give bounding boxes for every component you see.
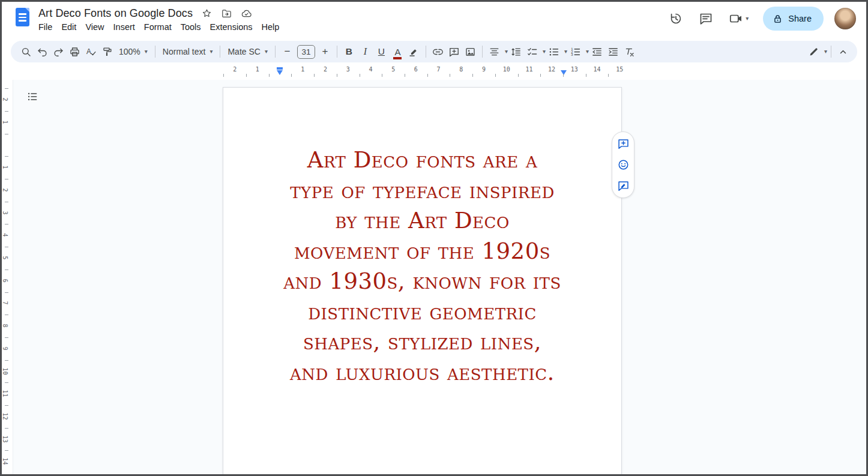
text-line[interactable]: type of typeface inspired <box>223 176 621 206</box>
ruler-tick <box>5 179 8 179</box>
show-document-outline-icon[interactable] <box>26 91 38 103</box>
font-family-select[interactable]: Mate SC ▾ <box>224 47 271 56</box>
insert-link-icon[interactable] <box>430 44 446 60</box>
paint-format-icon[interactable] <box>99 44 115 60</box>
header: Art Deco Fonts on Google Docs File Edit … <box>0 0 868 37</box>
cloud-saved-icon[interactable] <box>241 8 252 19</box>
document-page[interactable]: Art Deco fonts are a type of typeface in… <box>223 87 622 476</box>
left-indent-marker[interactable] <box>277 70 283 75</box>
decrease-indent-icon[interactable] <box>589 44 605 60</box>
font-size-input[interactable]: 31 <box>297 45 315 59</box>
first-line-indent-marker[interactable] <box>277 67 283 70</box>
ruler-number: 13 <box>568 66 580 73</box>
text-color-button[interactable]: A <box>394 47 400 57</box>
add-comment-icon[interactable] <box>446 44 462 60</box>
text-line[interactable]: Art Deco fonts are a <box>223 145 621 176</box>
ruler-number: 1 <box>2 164 8 171</box>
menu-extensions[interactable]: Extensions <box>210 22 253 32</box>
ruler-number: 13 <box>2 435 8 442</box>
margin-action-pill <box>612 131 634 198</box>
share-label: Share <box>788 14 812 23</box>
horizontal-ruler[interactable]: 12123456789101112131415 <box>0 64 868 79</box>
menu-edit[interactable]: Edit <box>61 22 76 32</box>
google-docs-logo-icon[interactable] <box>16 8 29 26</box>
checklist-icon[interactable] <box>524 44 540 60</box>
vertical-ruler[interactable]: 121234567891011121314 <box>0 80 13 476</box>
move-to-folder-icon[interactable] <box>221 8 232 19</box>
document-text[interactable]: Art Deco fonts are a type of typeface in… <box>223 145 621 388</box>
ruler-tick <box>291 74 292 77</box>
toolbar: A 100% ▾ Normal text ▾ Mate SC ▾ − 31 + … <box>11 41 857 62</box>
add-comment-margin-icon[interactable] <box>617 137 630 150</box>
menu-insert[interactable]: Insert <box>113 22 135 32</box>
font-caret-icon: ▾ <box>265 49 268 55</box>
undo-icon[interactable] <box>34 44 50 60</box>
search-menus-icon[interactable] <box>18 44 34 60</box>
redo-icon[interactable] <box>50 44 67 60</box>
decrease-font-size-button[interactable]: − <box>279 44 295 60</box>
svg-text:A: A <box>86 47 91 56</box>
comments-icon[interactable] <box>699 11 713 26</box>
ruler-number: 3 <box>2 209 8 216</box>
ruler-number: 1 <box>2 118 8 125</box>
ruler-number: 6 <box>2 277 8 284</box>
line-spacing-icon[interactable] <box>508 44 524 60</box>
menu-view[interactable]: View <box>85 22 104 32</box>
menu-format[interactable]: Format <box>144 22 172 32</box>
paragraph-styles-select[interactable]: Normal text ▾ <box>159 47 217 56</box>
text-line[interactable]: shapes, stylized lines, <box>223 327 621 358</box>
ruler-number: 8 <box>2 322 8 330</box>
text-line[interactable]: movement of the 1920s <box>223 236 621 267</box>
bold-button[interactable]: B <box>341 44 357 60</box>
bulleted-list-icon[interactable] <box>546 44 562 60</box>
text-line[interactable]: by the Art Deco <box>223 206 621 236</box>
italic-button[interactable]: I <box>357 44 373 60</box>
ruler-number: 1 <box>252 66 264 73</box>
clear-formatting-icon[interactable] <box>621 44 637 60</box>
increase-indent-icon[interactable] <box>605 44 621 60</box>
underline-button[interactable]: U <box>373 44 390 60</box>
ruler-number: 9 <box>2 345 8 352</box>
meet-video-icon[interactable] <box>729 11 743 26</box>
menu-help[interactable]: Help <box>262 22 280 32</box>
text-line[interactable]: distinctive geometric <box>223 297 621 328</box>
suggest-edits-icon[interactable] <box>617 179 630 192</box>
ruler-tick <box>586 74 586 77</box>
menu-tools[interactable]: Tools <box>181 22 201 32</box>
emoji-reaction-icon[interactable] <box>617 158 630 171</box>
account-avatar[interactable] <box>834 8 856 29</box>
ruler-number: 5 <box>387 66 399 73</box>
ruler-tick <box>223 74 224 77</box>
ruler-number: 3 <box>342 66 354 73</box>
print-icon[interactable] <box>67 44 83 60</box>
document-canvas: 121234567891011121314 Art Deco fonts are… <box>0 80 868 476</box>
ruler-number: 15 <box>613 66 625 73</box>
ruler-number: 10 <box>2 367 8 375</box>
star-icon[interactable] <box>201 8 212 19</box>
meet-dropdown-caret-icon[interactable]: ▾ <box>746 16 749 22</box>
ruler-tick <box>314 74 315 77</box>
increase-font-size-button[interactable]: + <box>317 44 333 60</box>
hide-menus-chevron-icon[interactable] <box>835 44 851 60</box>
ruler-tick <box>5 382 8 383</box>
align-center-icon[interactable] <box>486 44 502 60</box>
insert-image-icon[interactable] <box>462 44 478 60</box>
numbered-list-icon[interactable]: 123 <box>567 44 583 60</box>
zoom-select[interactable]: 100% ▾ <box>115 47 151 56</box>
document-title[interactable]: Art Deco Fonts on Google Docs <box>38 7 193 20</box>
zoom-caret-icon: ▾ <box>145 49 148 55</box>
share-button[interactable]: Share <box>763 7 824 31</box>
ruler-tick <box>337 74 337 77</box>
highlight-color-icon[interactable] <box>406 44 422 60</box>
editing-mode-pencil-icon[interactable] <box>806 44 822 60</box>
spelling-check-icon[interactable]: A <box>83 44 99 60</box>
ruler-number: 2 <box>2 186 8 193</box>
menu-file[interactable]: File <box>38 22 52 32</box>
ruler-tick <box>5 450 8 451</box>
editing-mode-caret-icon[interactable]: ▾ <box>824 49 827 55</box>
ruler-tick <box>450 74 450 77</box>
version-history-icon[interactable] <box>669 11 683 26</box>
ruler-tick <box>5 111 8 112</box>
text-line[interactable]: and luxurious aesthetic. <box>223 358 621 388</box>
text-line[interactable]: and 1930s, known for its <box>223 267 621 297</box>
